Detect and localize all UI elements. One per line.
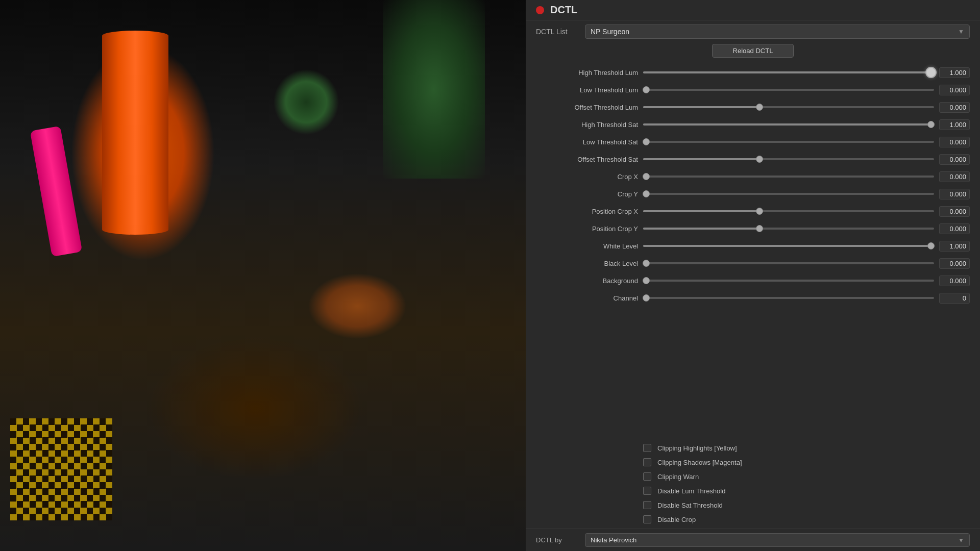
dctl-title: DCTL (550, 4, 577, 16)
slider-thumb-channel[interactable] (643, 294, 650, 302)
dctl-by-selected: Nikita Petrovich (591, 536, 636, 544)
checkbox-disable-lum-threshold[interactable] (643, 487, 651, 495)
slider-thumb-low-threshold-lum[interactable] (643, 86, 650, 93)
checkbox-label-disable-crop: Disable Crop (657, 516, 696, 523)
slider-track-channel[interactable] (643, 297, 934, 299)
slider-fill-position-crop-y (643, 228, 760, 230)
param-label-background: Background (536, 277, 638, 285)
param-value-position-crop-y[interactable]: 0.000 (939, 223, 970, 234)
slider-track-crop-y[interactable] (643, 193, 934, 195)
slider-fill-high-threshold-lum (643, 71, 931, 73)
param-row-channel: Channel0 (526, 289, 980, 307)
param-label-offset-threshold-sat: Offset Threshold Sat (536, 156, 638, 163)
slider-track-low-threshold-lum[interactable] (643, 89, 934, 91)
param-value-offset-threshold-lum[interactable]: 0.000 (939, 102, 970, 113)
param-row-high-threshold-lum: High Threshold Lum1.000 (526, 64, 980, 81)
param-label-black-level: Black Level (536, 260, 638, 267)
param-value-offset-threshold-sat[interactable]: 0.000 (939, 154, 970, 165)
slider-thumb-position-crop-y[interactable] (756, 225, 763, 232)
slider-thumb-offset-threshold-sat[interactable] (756, 156, 763, 163)
slider-track-high-threshold-lum[interactable] (643, 71, 934, 73)
slider-track-white-level[interactable] (643, 245, 934, 247)
dctl-panel: DCTL DCTL List NP Surgeon ▼ Reload DCTL … (526, 0, 980, 551)
param-label-position-crop-x: Position Crop X (536, 208, 638, 215)
slider-thumb-high-threshold-sat[interactable] (927, 121, 935, 128)
dctl-list-row: DCTL List NP Surgeon ▼ (526, 20, 980, 42)
slider-fill-offset-threshold-lum (643, 106, 760, 108)
slider-thumb-white-level[interactable] (927, 242, 935, 249)
checkbox-row-clipping-shadows: Clipping Shadows [Magenta] (536, 455, 970, 469)
reload-dctl-button[interactable]: Reload DCTL (712, 44, 794, 58)
checkbox-clipping-shadows[interactable] (643, 458, 651, 466)
param-label-white-level: White Level (536, 242, 638, 250)
slider-track-crop-x[interactable] (643, 176, 934, 178)
slider-thumb-crop-x[interactable] (643, 173, 650, 180)
param-row-low-threshold-lum: Low Threshold Lum0.000 (526, 81, 980, 98)
param-row-high-threshold-sat: High Threshold Sat1.000 (526, 116, 980, 133)
param-label-low-threshold-sat: Low Threshold Sat (536, 138, 638, 146)
slider-track-low-threshold-sat[interactable] (643, 141, 934, 143)
checkbox-label-disable-sat-threshold: Disable Sat Threshold (657, 502, 723, 509)
slider-track-high-threshold-sat[interactable] (643, 123, 934, 126)
param-row-offset-threshold-lum: Offset Threshold Lum0.000 (526, 98, 980, 116)
checkbox-row-disable-sat-threshold: Disable Sat Threshold (536, 498, 970, 512)
slider-track-background[interactable] (643, 280, 934, 282)
checkbox-label-clipping-shadows: Clipping Shadows [Magenta] (657, 459, 742, 466)
slider-track-position-crop-x[interactable] (643, 210, 934, 212)
checkbox-disable-sat-threshold[interactable] (643, 501, 651, 509)
param-label-crop-y: Crop Y (536, 190, 638, 198)
slider-thumb-low-threshold-sat[interactable] (643, 138, 650, 145)
slider-track-position-crop-y[interactable] (643, 228, 934, 230)
slider-thumb-black-level[interactable] (643, 260, 650, 267)
slider-track-black-level[interactable] (643, 262, 934, 264)
param-value-channel[interactable]: 0 (939, 293, 970, 304)
param-value-high-threshold-sat[interactable]: 1.000 (939, 119, 970, 130)
param-label-high-threshold-sat: High Threshold Sat (536, 121, 638, 129)
param-value-crop-x[interactable]: 0.000 (939, 171, 970, 182)
slider-thumb-crop-y[interactable] (643, 190, 650, 197)
param-row-black-level: Black Level0.000 (526, 255, 980, 272)
slider-fill-white-level (643, 245, 931, 247)
checkbox-row-disable-lum-threshold: Disable Lum Threshold (536, 484, 970, 498)
checkbox-label-clipping-highlights: Clipping Highlights [Yellow] (657, 444, 737, 452)
slider-fill-offset-threshold-sat (643, 158, 760, 160)
slider-thumb-background[interactable] (643, 277, 650, 284)
param-value-crop-y[interactable]: 0.000 (939, 189, 970, 199)
param-value-position-crop-x[interactable]: 0.000 (939, 206, 970, 217)
slider-track-offset-threshold-lum[interactable] (643, 106, 934, 108)
slider-thumb-offset-threshold-lum[interactable] (756, 104, 763, 111)
checkbox-row-disable-crop: Disable Crop (536, 512, 970, 527)
dctl-by-label: DCTL by (536, 536, 577, 544)
slider-thumb-position-crop-x[interactable] (756, 208, 763, 215)
dctl-header: DCTL (526, 0, 980, 20)
dctl-status-indicator (536, 6, 544, 14)
slider-fill-high-threshold-sat (643, 123, 931, 126)
param-label-high-threshold-lum: High Threshold Lum (536, 69, 638, 77)
dctl-list-dropdown[interactable]: NP Surgeon ▼ (585, 24, 970, 39)
slider-fill-position-crop-x (643, 210, 760, 212)
checkbox-disable-crop[interactable] (643, 515, 651, 523)
param-row-position-crop-y: Position Crop Y0.000 (526, 220, 980, 237)
param-value-black-level[interactable]: 0.000 (939, 258, 970, 269)
slider-thumb-high-threshold-lum[interactable] (925, 67, 937, 78)
checkbox-row-clipping-warn: Clipping Warn (536, 469, 970, 484)
param-label-low-threshold-lum: Low Threshold Lum (536, 86, 638, 94)
param-value-low-threshold-lum[interactable]: 0.000 (939, 85, 970, 95)
params-list: High Threshold Lum1.000Low Threshold Lum… (526, 62, 980, 439)
dctl-list-arrow: ▼ (958, 28, 964, 35)
checkbox-clipping-highlights[interactable] (643, 444, 651, 452)
dctl-by-row: DCTL by Nikita Petrovich ▼ (526, 529, 980, 551)
checkbox-row-clipping-highlights: Clipping Highlights [Yellow] (536, 441, 970, 455)
param-value-high-threshold-lum[interactable]: 1.000 (939, 67, 970, 78)
checkbox-clipping-warn[interactable] (643, 472, 651, 481)
param-value-background[interactable]: 0.000 (939, 276, 970, 286)
checkbox-label-clipping-warn: Clipping Warn (657, 473, 699, 481)
slider-track-offset-threshold-sat[interactable] (643, 158, 934, 160)
param-value-white-level[interactable]: 1.000 (939, 241, 970, 252)
checkbox-label-disable-lum-threshold: Disable Lum Threshold (657, 487, 725, 495)
preview-image (0, 0, 526, 551)
param-value-low-threshold-sat[interactable]: 0.000 (939, 137, 970, 147)
param-label-position-crop-y: Position Crop Y (536, 225, 638, 233)
dctl-list-label: DCTL List (536, 28, 577, 36)
dctl-by-dropdown[interactable]: Nikita Petrovich ▼ (585, 533, 970, 547)
